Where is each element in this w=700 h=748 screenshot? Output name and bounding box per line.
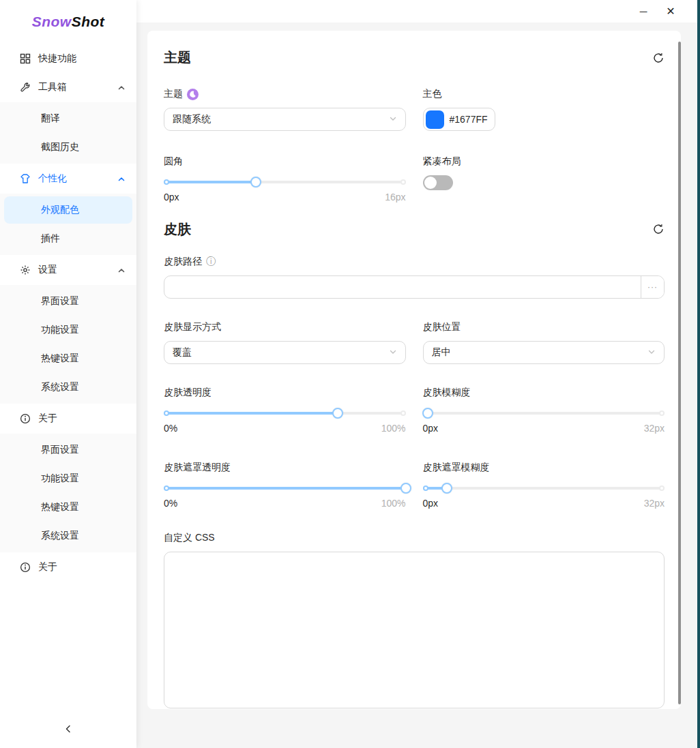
skin-section-title: 皮肤 <box>164 220 191 239</box>
skin-mask-blur-label: 皮肤遮罩模糊度 <box>423 462 490 474</box>
compact-layout-toggle[interactable] <box>423 175 453 190</box>
primary-color-label: 主色 <box>423 88 442 100</box>
gear-icon <box>19 265 31 276</box>
sidebar-collapse-button[interactable] <box>0 715 136 743</box>
sidebar-item-quick-actions[interactable]: 快捷功能 <box>0 45 136 72</box>
sidebar-item-function-settings[interactable]: 功能设置 <box>0 465 136 492</box>
sidebar-item-appearance-colors[interactable]: 外观配色 <box>4 196 132 224</box>
sidebar-item-about[interactable]: 关于 <box>0 554 136 581</box>
sidebar-item-label: 功能设置 <box>41 473 126 485</box>
slider-handle[interactable] <box>441 483 452 494</box>
skin-blur-field: 皮肤模糊度 0px 32px <box>423 386 665 434</box>
vertical-scrollbar[interactable] <box>678 42 681 704</box>
sidebar-item-label: 工具箱 <box>38 81 117 93</box>
border-radius-label: 圆角 <box>164 155 183 168</box>
close-icon: ✕ <box>666 5 675 18</box>
skin-path-input[interactable] <box>164 276 641 298</box>
info-circle-icon[interactable]: ⓘ <box>206 256 216 268</box>
sidebar-menu: 快捷功能 工具箱 翻译 截图历史 个性化 外观配色 插件 <box>0 45 136 581</box>
slider-min-label: 0% <box>164 498 177 509</box>
compact-layout-field: 紧凑布局 <box>423 155 665 203</box>
primary-color-picker[interactable]: #1677FF <box>423 108 495 131</box>
sidebar-item-label: 插件 <box>41 233 126 245</box>
skin-display-value: 覆盖 <box>173 346 192 359</box>
sidebar-item-label: 热键设置 <box>41 353 126 365</box>
sidebar-item-ui-settings[interactable]: 界面设置 <box>0 288 136 315</box>
custom-css-field: 自定义 CSS <box>164 531 665 708</box>
skin-mask-opacity-label: 皮肤遮罩透明度 <box>164 462 231 474</box>
minimize-button[interactable]: ─ <box>630 0 656 22</box>
custom-css-textarea[interactable] <box>164 552 665 708</box>
sidebar-item-label: 功能设置 <box>41 324 126 336</box>
theme-reset-button[interactable] <box>652 52 665 64</box>
sidebar-item-hotkey-settings[interactable]: 热键设置 <box>0 345 136 372</box>
sidebar-item-translate[interactable]: 翻译 <box>0 105 136 132</box>
sidebar-item-system-settings[interactable]: 系统设置 <box>0 374 136 401</box>
sidebar-item-plugins[interactable]: 插件 <box>0 225 136 252</box>
slider-min-label: 0px <box>423 498 439 509</box>
slider-handle[interactable] <box>332 408 343 419</box>
sidebar-item-personalize[interactable]: 个性化 <box>0 165 136 192</box>
skin-position-label: 皮肤位置 <box>423 321 461 333</box>
theme-mode-select[interactable]: 跟随系统 <box>164 108 406 131</box>
slider-handle[interactable] <box>400 483 411 494</box>
sidebar-item-about[interactable]: 关于 <box>0 405 136 432</box>
settings-submenu: 界面设置 功能设置 热键设置 系统设置 <box>0 285 136 404</box>
skin-path-field: 皮肤路径 ⓘ ··· <box>164 255 665 299</box>
sidebar-item-toolbox[interactable]: 工具箱 <box>0 74 136 101</box>
slider-handle[interactable] <box>250 177 261 188</box>
logo-part-shot: Shot <box>72 14 105 30</box>
sync-icon <box>652 52 665 64</box>
sidebar-item-function-settings[interactable]: 功能设置 <box>0 316 136 344</box>
slider-max-label: 16px <box>385 192 405 203</box>
skin-opacity-slider[interactable] <box>164 406 406 420</box>
skin-position-field: 皮肤位置 居中 <box>423 320 665 364</box>
skin-display-select[interactable]: 覆盖 <box>164 341 406 364</box>
sidebar-item-label: 系统设置 <box>41 381 126 393</box>
border-radius-field: 圆角 0px 16px <box>164 155 406 203</box>
sidebar-item-settings[interactable]: 设置 <box>0 256 136 284</box>
theme-mode-value: 跟随系统 <box>173 113 211 125</box>
skin-blur-label: 皮肤模糊度 <box>423 387 471 399</box>
sidebar-item-ui-settings[interactable]: 界面设置 <box>0 436 136 464</box>
settings-content-card: 主题 主题 跟随系统 主色 #1 <box>147 31 681 709</box>
chevron-up-icon <box>117 83 126 91</box>
sidebar-item-label: 翻译 <box>41 113 126 125</box>
primary-color-field: 主色 #1677FF <box>423 87 665 132</box>
border-radius-slider[interactable] <box>164 175 406 189</box>
slider-handle[interactable] <box>422 408 433 419</box>
sidebar-item-system-settings[interactable]: 系统设置 <box>0 522 136 550</box>
logo-part-snow: Snow <box>32 14 72 30</box>
chevron-up-icon <box>117 266 126 274</box>
slider-max-label: 32px <box>644 423 665 434</box>
toolbox-submenu: 翻译 截图历史 <box>0 102 136 164</box>
custom-css-label: 自定义 CSS <box>164 532 215 544</box>
theme-moon-icon[interactable] <box>187 89 199 100</box>
wrench-icon <box>19 82 31 93</box>
skin-icon <box>19 173 31 185</box>
slider-max-label: 32px <box>644 498 665 509</box>
skin-position-select[interactable]: 居中 <box>423 341 665 364</box>
slider-max-label: 100% <box>381 423 406 434</box>
compact-layout-label: 紧凑布局 <box>423 155 461 168</box>
sidebar-item-label: 关于 <box>38 413 126 425</box>
close-button[interactable]: ✕ <box>658 0 684 22</box>
sidebar-item-label: 快捷功能 <box>38 53 126 65</box>
skin-mask-blur-slider[interactable] <box>423 481 665 495</box>
sidebar-item-hotkey-settings[interactable]: 热键设置 <box>0 494 136 521</box>
appstore-icon <box>19 53 31 65</box>
skin-position-value: 居中 <box>432 346 451 359</box>
skin-mask-opacity-slider[interactable] <box>164 481 406 495</box>
slider-max-label: 100% <box>381 498 406 509</box>
chevron-up-icon <box>117 175 126 183</box>
skin-display-label: 皮肤显示方式 <box>164 321 221 333</box>
sidebar-item-label: 界面设置 <box>41 295 126 308</box>
sync-icon <box>652 223 665 235</box>
browse-button[interactable]: ··· <box>641 276 664 298</box>
sidebar-item-screenshot-history[interactable]: 截图历史 <box>0 134 136 161</box>
titlebar <box>136 0 697 23</box>
chevron-down-icon <box>647 347 656 358</box>
slider-min-label: 0% <box>164 423 177 434</box>
skin-reset-button[interactable] <box>652 223 665 235</box>
skin-blur-slider[interactable] <box>423 406 665 420</box>
